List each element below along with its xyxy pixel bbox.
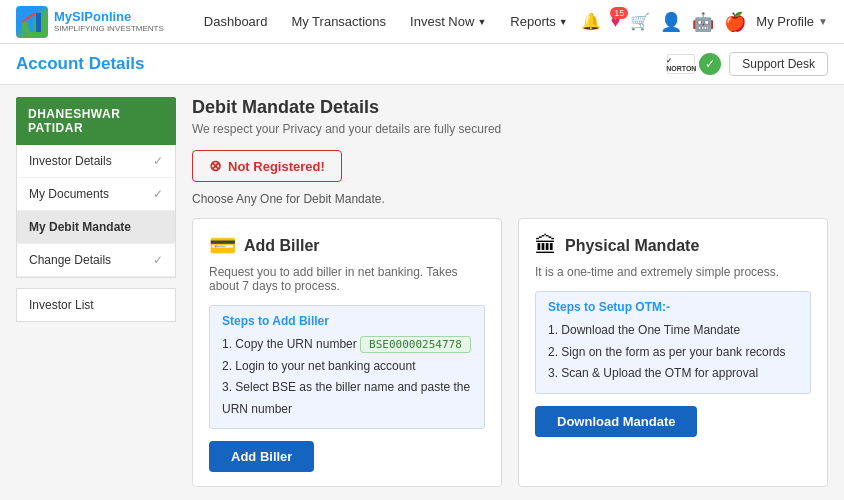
my-profile-button[interactable]: My Profile ▼ (756, 14, 828, 29)
mandate-cards: 💳 Add Biller Request you to add biller i… (192, 218, 828, 487)
nav-invest[interactable]: Invest Now ▼ (410, 14, 486, 29)
svg-rect-0 (22, 22, 27, 32)
header: MySIPonline SIMPLIFYING INVESTMENTS Dash… (0, 0, 844, 44)
not-registered-icon: ⊗ (209, 157, 222, 175)
otm-step-1: 1. Download the One Time Mandate (548, 320, 798, 342)
content-area: Debit Mandate Details We respect your Pr… (192, 97, 828, 500)
add-biller-card: 💳 Add Biller Request you to add biller i… (192, 218, 502, 487)
main-content: DHANESHWAR PATIDAR Investor Details ✓ My… (0, 85, 844, 500)
page-title: Account Details (16, 54, 144, 74)
urn-code: BSE00000254778 (360, 336, 471, 353)
add-biller-steps-title: Steps to Add Biller (222, 314, 472, 328)
physical-mandate-steps-box: Steps to Setup OTM:- 1. Download the One… (535, 291, 811, 394)
add-biller-title: Add Biller (244, 237, 320, 255)
support-desk-button[interactable]: Support Desk (729, 52, 828, 76)
svg-rect-1 (29, 17, 34, 32)
physical-mandate-title: Physical Mandate (565, 237, 699, 255)
sub-header-right: ✓NORTON ✓ Support Desk (667, 52, 828, 76)
physical-mandate-icon: 🏛 (535, 233, 557, 259)
nav-reports[interactable]: Reports ▼ (510, 14, 567, 29)
nav-transactions[interactable]: My Transactions (291, 14, 386, 29)
norton-icon: ✓NORTON (667, 54, 695, 74)
notification-icon[interactable]: 🔔 (581, 12, 601, 31)
nav-dashboard[interactable]: Dashboard (204, 14, 268, 29)
otm-step-2: 2. Sign on the form as per your bank rec… (548, 342, 798, 364)
profile-dropdown-arrow: ▼ (818, 16, 828, 27)
physical-mandate-steps: 1. Download the One Time Mandate 2. Sign… (548, 320, 798, 385)
sidebar-username: DHANESHWAR PATIDAR (16, 97, 176, 145)
invest-dropdown-arrow: ▼ (477, 17, 486, 27)
sidebar-item-change-details[interactable]: Change Details ✓ (17, 244, 175, 277)
sidebar: DHANESHWAR PATIDAR Investor Details ✓ My… (16, 97, 176, 500)
logo-text: MySIPonline (54, 10, 164, 24)
add-biller-header: 💳 Add Biller (209, 233, 485, 259)
apple-icon[interactable]: 🍎 (724, 11, 746, 33)
step-3: 3. Select BSE as the biller name and pas… (222, 377, 472, 420)
investor-list-section: Investor List (16, 288, 176, 322)
physical-mandate-card: 🏛 Physical Mandate It is a one-time and … (518, 218, 828, 487)
sidebar-item-investor-details[interactable]: Investor Details ✓ (17, 145, 175, 178)
investor-details-check-icon: ✓ (153, 154, 163, 168)
android-icon[interactable]: 🤖 (692, 11, 714, 33)
step-1: 1. Copy the URN number BSE00000254778 (222, 334, 472, 356)
sidebar-item-my-debit-mandate[interactable]: My Debit Mandate (17, 211, 175, 244)
svg-rect-2 (36, 13, 41, 32)
add-biller-button[interactable]: Add Biller (209, 441, 314, 472)
ssl-badge: ✓ (699, 53, 721, 75)
content-title: Debit Mandate Details (192, 97, 828, 118)
step-2: 2. Login to your net banking account (222, 356, 472, 378)
wishlist-icon[interactable]: ♥ 15 (611, 13, 621, 31)
physical-mandate-header: 🏛 Physical Mandate (535, 233, 811, 259)
header-icons: 🔔 ♥ 15 🛒 👤 🤖 🍎 My Profile ▼ (581, 11, 828, 33)
main-nav: Dashboard My Transactions Invest Now ▼ R… (204, 14, 581, 29)
logo[interactable]: MySIPonline SIMPLIFYING INVESTMENTS (16, 6, 164, 38)
choose-text: Choose Any One for Debit Mandate. (192, 192, 828, 206)
sub-header: Account Details ✓NORTON ✓ Support Desk (0, 44, 844, 85)
change-details-check-icon: ✓ (153, 253, 163, 267)
my-documents-check-icon: ✓ (153, 187, 163, 201)
user-icon[interactable]: 👤 (660, 11, 682, 33)
sidebar-item-my-documents[interactable]: My Documents ✓ (17, 178, 175, 211)
otm-step-3: 3. Scan & Upload the OTM for approval (548, 363, 798, 385)
add-biller-desc: Request you to add biller in net banking… (209, 265, 485, 293)
add-biller-steps: 1. Copy the URN number BSE00000254778 2.… (222, 334, 472, 420)
add-biller-steps-box: Steps to Add Biller 1. Copy the URN numb… (209, 305, 485, 429)
sidebar-menu: Investor Details ✓ My Documents ✓ My Deb… (16, 145, 176, 278)
logo-icon (16, 6, 48, 38)
reports-dropdown-arrow: ▼ (559, 17, 568, 27)
physical-mandate-steps-title: Steps to Setup OTM:- (548, 300, 798, 314)
download-mandate-button[interactable]: Download Mandate (535, 406, 697, 437)
not-registered-badge: ⊗ Not Registered! (192, 150, 342, 182)
norton-badge: ✓NORTON ✓ (667, 53, 721, 75)
cart-icon[interactable]: 🛒 (630, 12, 650, 31)
physical-mandate-desc: It is a one-time and extremely simple pr… (535, 265, 811, 279)
content-subtitle: We respect your Privacy and your details… (192, 122, 828, 136)
logo-sub: SIMPLIFYING INVESTMENTS (54, 24, 164, 33)
sidebar-item-investor-list[interactable]: Investor List (17, 289, 175, 321)
add-biller-icon: 💳 (209, 233, 236, 259)
wishlist-badge: 15 (610, 7, 628, 19)
